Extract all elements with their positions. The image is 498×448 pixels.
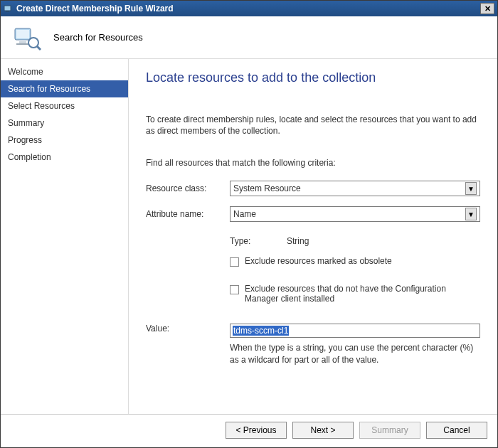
svg-rect-3	[16, 30, 29, 38]
svg-rect-0	[4, 6, 11, 11]
svg-line-7	[37, 46, 41, 50]
sidebar-item-search-resources[interactable]: Search for Resources	[1, 80, 128, 97]
previous-button[interactable]: < Previous	[226, 422, 287, 439]
wizard-window: Create Direct Membership Rule Wizard ✕ S…	[0, 0, 498, 448]
resource-class-label: Resource class:	[146, 183, 230, 193]
type-label: Type:	[230, 236, 287, 246]
intro-text: To create direct membership rules, locat…	[146, 114, 480, 137]
exclude-noclient-label: Exclude resources that do not have the C…	[245, 284, 480, 304]
cancel-button[interactable]: Cancel	[426, 422, 487, 439]
attribute-name-label: Attribute name:	[146, 209, 230, 219]
svg-rect-5	[16, 43, 29, 45]
exclude-noclient-row: Exclude resources that do not have the C…	[230, 284, 480, 304]
svg-point-6	[28, 38, 38, 48]
sidebar-item-completion[interactable]: Completion	[1, 149, 128, 166]
app-icon	[4, 4, 14, 14]
value-row: Value: tdms-sccm-cl1 When the type is a …	[146, 324, 480, 365]
type-value: String	[287, 236, 309, 246]
wizard-buttons: < Previous Next > Summary Cancel	[1, 414, 497, 447]
next-button[interactable]: Next >	[292, 422, 354, 439]
resource-class-value: System Resource	[233, 183, 301, 193]
svg-rect-1	[6, 11, 9, 12]
exclude-obsolete-row: Exclude resources marked as obsolete	[230, 256, 480, 267]
criteria-label: Find all resources that match the follow…	[146, 158, 480, 168]
wizard-sidebar: Welcome Search for Resources Select Reso…	[1, 59, 129, 414]
type-row: Type: String	[230, 236, 480, 246]
resource-class-select[interactable]: System Resource ▼	[230, 181, 480, 196]
attribute-name-value: Name	[233, 209, 256, 219]
close-button[interactable]: ✕	[480, 3, 494, 14]
titlebar: Create Direct Membership Rule Wizard ✕	[1, 1, 497, 16]
resource-class-row: Resource class: System Resource ▼	[146, 181, 480, 196]
attribute-name-select[interactable]: Name ▼	[230, 206, 480, 222]
exclude-noclient-checkbox[interactable]	[230, 285, 239, 294]
window-title: Create Direct Membership Rule Wizard	[16, 4, 480, 14]
sidebar-item-select-resources[interactable]: Select Resources	[1, 97, 128, 114]
value-note: When the type is a string, you can use t…	[230, 342, 480, 365]
wizard-content: Locate resources to add to the collectio…	[129, 59, 497, 414]
computer-search-icon	[12, 23, 42, 53]
chevron-down-icon: ▼	[465, 182, 477, 195]
sidebar-item-progress[interactable]: Progress	[1, 132, 128, 149]
value-input-text: tdms-sccm-cl1	[233, 326, 289, 336]
value-input[interactable]: tdms-sccm-cl1	[230, 324, 480, 338]
sidebar-item-welcome[interactable]: Welcome	[1, 63, 128, 80]
svg-rect-4	[19, 41, 26, 43]
close-icon: ✕	[484, 4, 491, 14]
sidebar-item-summary[interactable]: Summary	[1, 114, 128, 132]
page-title: Locate resources to add to the collectio…	[146, 70, 480, 85]
attribute-name-row: Attribute name: Name ▼	[146, 206, 480, 222]
header-subtitle: Search for Resources	[53, 32, 143, 43]
chevron-down-icon: ▼	[465, 208, 477, 220]
attribute-details: Type: String Exclude resources marked as…	[230, 232, 480, 314]
value-label: Value:	[146, 324, 230, 334]
summary-button: Summary	[359, 422, 420, 439]
wizard-header: Search for Resources	[1, 16, 497, 59]
exclude-obsolete-checkbox[interactable]	[230, 257, 239, 267]
wizard-body: Welcome Search for Resources Select Reso…	[1, 59, 497, 414]
exclude-obsolete-label: Exclude resources marked as obsolete	[245, 256, 392, 266]
